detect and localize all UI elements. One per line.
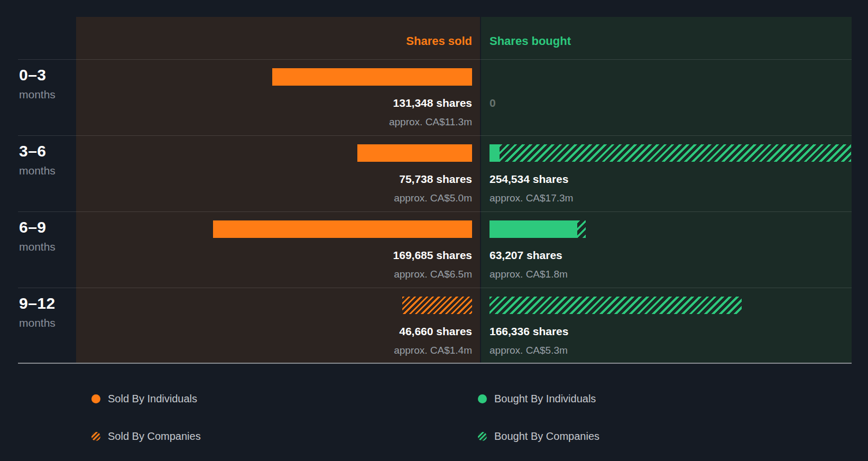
legend-bought-companies: Bought By Companies [478, 430, 599, 442]
row-separator-line [18, 59, 852, 60]
legend-sold-companies: Sold By Companies [91, 430, 201, 442]
bought-approx-value: approx. CA$17.3m [490, 191, 573, 205]
bought-companies-bar-segment [577, 220, 586, 238]
period-label: 6–9 months [19, 218, 56, 254]
sold-bar [213, 220, 472, 238]
chart-row-6-9-months: 6–9 months 169,685 shares approx. CA$6.5… [0, 211, 868, 288]
chart-row-3-6-months: 3–6 months 75,738 shares approx. CA$5.0m… [0, 135, 868, 211]
chart-row-0-3-months: 0–3 months 131,348 shares approx. CA$11.… [0, 59, 868, 135]
sold-individuals-solid-swatch-icon [91, 394, 100, 403]
sold-companies-hatched-swatch-icon [91, 432, 100, 441]
bought-bar [490, 297, 742, 314]
bought-shares-value: 63,207 shares [490, 248, 562, 262]
bought-shares-value: 254,534 shares [490, 172, 568, 186]
period-unit: months [19, 316, 56, 330]
sold-shares-value: 169,685 shares [393, 248, 472, 262]
legend-label: Bought By Individuals [494, 393, 596, 405]
sold-bar [402, 297, 472, 314]
period-unit: months [19, 164, 56, 178]
row-separator-line [18, 135, 852, 136]
legend-label: Sold By Individuals [108, 393, 197, 405]
bought-companies-bar-segment [490, 297, 742, 314]
period-label: 9–12 months [19, 294, 56, 330]
bought-individuals-solid-swatch-icon [478, 394, 487, 403]
sold-individuals-bar-segment [272, 68, 472, 86]
period-range: 0–3 [19, 66, 56, 85]
bought-bar [490, 220, 586, 238]
period-range: 6–9 [19, 218, 56, 237]
sold-approx-value: approx. CA$5.0m [394, 191, 472, 205]
legend-bought-individuals: Bought By Individuals [478, 392, 596, 405]
row-separator-line [18, 288, 852, 288]
insider-trading-chart: Shares sold Shares bought 0–3 months 131… [0, 0, 868, 461]
shares-sold-header: Shares sold [76, 17, 480, 59]
period-label: 0–3 months [19, 66, 56, 102]
bought-individuals-bar-segment [490, 144, 500, 162]
legend-sold-individuals: Sold By Individuals [91, 392, 197, 405]
legend-label: Sold By Companies [108, 430, 201, 442]
sold-shares-value: 46,660 shares [399, 325, 472, 338]
bought-approx-value: approx. CA$1.8m [490, 268, 568, 281]
bought-individuals-bar-segment [490, 220, 577, 238]
sold-bar [357, 144, 472, 162]
period-range: 9–12 [19, 294, 56, 313]
period-unit: months [19, 240, 56, 254]
sold-approx-value: approx. CA$11.3m [389, 115, 472, 129]
bought-companies-hatched-swatch-icon [478, 432, 487, 441]
chart-bottom-axis-line [18, 363, 852, 364]
sold-bar [272, 68, 472, 86]
sold-approx-value: approx. CA$6.5m [394, 268, 472, 281]
bought-zero-value: 0 [490, 96, 496, 110]
chart-row-9-12-months: 9–12 months 46,660 shares approx. CA$1.4… [0, 288, 868, 364]
bought-bar [490, 144, 851, 162]
period-label: 3–6 months [19, 142, 56, 178]
shares-bought-header: Shares bought [481, 17, 852, 59]
period-range: 3–6 [19, 142, 56, 161]
sold-individuals-bar-segment [357, 144, 472, 162]
legend-label: Bought By Companies [494, 430, 599, 442]
row-separator-line [18, 211, 852, 212]
sold-individuals-bar-segment [213, 220, 472, 238]
sold-shares-value: 75,738 shares [399, 172, 472, 186]
sold-shares-value: 131,348 shares [393, 96, 472, 110]
period-unit: months [19, 88, 56, 102]
sold-approx-value: approx. CA$1.4m [394, 344, 472, 357]
bought-shares-value: 166,336 shares [490, 325, 568, 338]
bought-approx-value: approx. CA$5.3m [490, 344, 568, 357]
bought-companies-bar-segment [500, 144, 851, 162]
sold-companies-bar-segment [402, 297, 472, 314]
